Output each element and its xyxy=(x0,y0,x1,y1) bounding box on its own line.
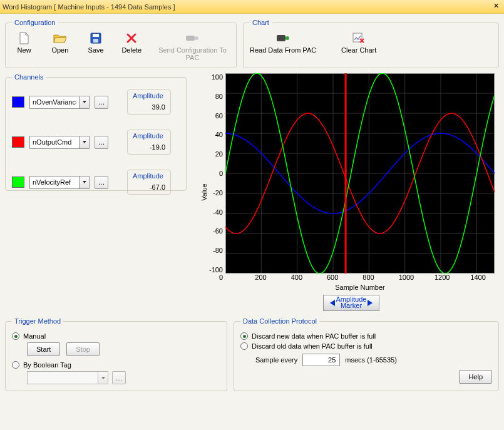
chevron-down-icon[interactable] xyxy=(79,177,89,188)
channel-browse-1[interactable]: … xyxy=(95,136,108,149)
amplitude-box-2: Amplitude -67.0 xyxy=(127,170,171,195)
configuration-legend: Configuration xyxy=(12,19,58,26)
svg-point-4 xyxy=(195,36,198,40)
radio-discard-new[interactable] xyxy=(240,332,248,340)
y-tick: 100 xyxy=(208,73,223,81)
radio-discard-old[interactable] xyxy=(240,342,248,350)
floppy-disk-icon xyxy=(90,31,101,45)
discard-old-label: Discard old data when PAC buffer is full xyxy=(252,342,373,350)
svg-point-6 xyxy=(285,36,289,40)
close-icon[interactable]: ✕ xyxy=(490,2,501,12)
start-button[interactable]: Start xyxy=(27,342,60,356)
save-label: Save xyxy=(88,46,104,54)
channels-legend: Channels xyxy=(12,73,46,81)
y-tick: 20 xyxy=(208,150,223,158)
channel-select-0[interactable] xyxy=(29,96,90,109)
triangle-left-icon xyxy=(330,300,335,306)
y-axis-label: Value xyxy=(200,183,208,200)
svg-rect-5 xyxy=(277,35,285,41)
boolean-tag-select xyxy=(27,371,108,384)
radio-manual[interactable] xyxy=(12,332,19,340)
x-axis-label: Sample Number xyxy=(225,284,495,291)
sample-units-label: msecs (1-65535) xyxy=(345,356,397,364)
chevron-down-icon[interactable] xyxy=(79,96,89,108)
channel-name-0[interactable] xyxy=(30,96,79,108)
svg-rect-7 xyxy=(353,33,362,42)
y-tick: 0 xyxy=(208,170,223,177)
open-label: Open xyxy=(51,46,68,54)
chevron-down-icon xyxy=(98,372,108,384)
boolean-tag-browse: … xyxy=(112,371,126,384)
amplitude-box-1: Amplitude -19.0 xyxy=(127,130,171,155)
delete-button[interactable]: Delete xyxy=(120,31,144,54)
svg-rect-3 xyxy=(186,36,195,41)
chart-area[interactable]: Value 100806040200-20-40-60-80-100 02004… xyxy=(197,73,499,311)
open-button[interactable]: Open xyxy=(48,31,72,54)
y-tick: -80 xyxy=(208,247,223,254)
channel-browse-2[interactable]: … xyxy=(95,176,108,189)
chart-legend: Chart xyxy=(250,19,272,26)
channel-select-2[interactable] xyxy=(29,176,90,189)
channel-swatch-0[interactable] xyxy=(12,96,24,108)
delete-x-icon xyxy=(126,31,136,45)
chart-canvas[interactable] xyxy=(225,73,495,274)
new-file-icon xyxy=(19,31,30,45)
read-pac-icon xyxy=(276,31,290,45)
stop-button: Stop xyxy=(66,342,100,356)
save-button[interactable]: Save xyxy=(83,31,108,54)
read-data-button[interactable]: Read Data From PAC xyxy=(250,31,316,54)
read-data-label: Read Data From PAC xyxy=(250,46,316,54)
chevron-down-icon[interactable] xyxy=(79,136,89,148)
radio-boolean-tag[interactable] xyxy=(12,361,19,369)
channel-browse-0[interactable]: … xyxy=(95,96,108,109)
y-tick: -40 xyxy=(208,208,223,216)
y-tick: 80 xyxy=(208,93,223,100)
channel-name-1[interactable] xyxy=(30,136,79,148)
new-label: New xyxy=(18,46,31,54)
trigger-legend: Trigger Method xyxy=(12,317,63,325)
svg-rect-1 xyxy=(93,34,99,37)
y-tick: -60 xyxy=(208,227,223,235)
dcp-legend: Data Collection Protocol xyxy=(240,317,319,325)
send-config-label: Send Configuration To PAC xyxy=(155,46,230,61)
boolean-tag-input xyxy=(28,372,98,384)
sample-every-label: Sample every xyxy=(255,356,297,364)
help-button[interactable]: Help xyxy=(459,370,492,384)
clear-chart-button[interactable]: Clear Chart xyxy=(327,31,390,54)
send-config-button: Send Configuration To PAC xyxy=(155,31,230,61)
sample-interval-input[interactable] xyxy=(302,354,340,366)
clear-chart-icon xyxy=(352,31,365,45)
y-tick: 40 xyxy=(208,131,223,138)
svg-rect-2 xyxy=(93,39,98,43)
discard-new-label: Discard new data when PAC buffer is full xyxy=(252,332,376,340)
delete-label: Delete xyxy=(121,46,141,54)
triangle-right-icon xyxy=(368,300,373,306)
amplitude-marker-button[interactable]: AmplitudeMarker xyxy=(323,295,379,311)
y-tick: 60 xyxy=(208,112,223,120)
clear-chart-label: Clear Chart xyxy=(341,46,376,54)
y-tick: -20 xyxy=(208,189,223,197)
channel-select-1[interactable] xyxy=(29,136,90,149)
send-config-icon xyxy=(185,31,199,45)
amplitude-box-0: Amplitude 39.0 xyxy=(127,90,171,115)
folder-open-icon xyxy=(53,31,67,45)
manual-label: Manual xyxy=(23,332,46,340)
boolean-tag-label: By Boolean Tag xyxy=(23,361,71,369)
channel-name-2[interactable] xyxy=(30,177,79,188)
channel-swatch-1[interactable] xyxy=(12,136,24,148)
new-button[interactable]: New xyxy=(12,31,36,54)
y-tick: -100 xyxy=(208,266,223,274)
window-title: Word Histogram [ Machine Inputs - 1494 D… xyxy=(3,3,490,11)
channel-swatch-2[interactable] xyxy=(12,177,24,188)
